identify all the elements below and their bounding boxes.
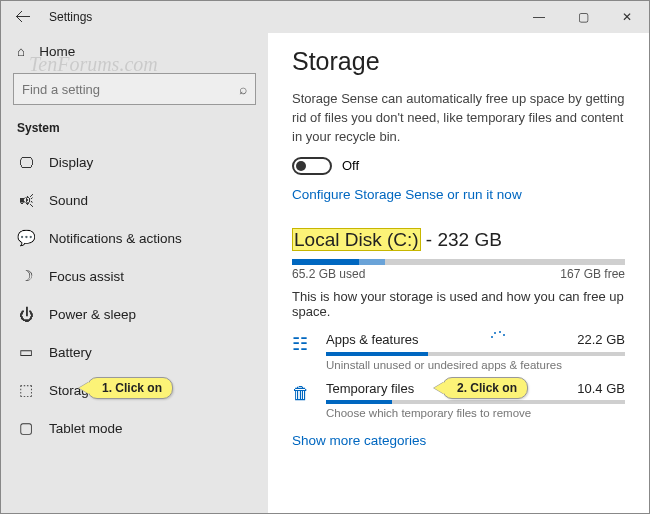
storage-icon: ⬚ [17,381,35,399]
notifications-icon: 💬 [17,229,35,247]
sidebar-item-battery[interactable]: ▭ Battery [1,333,268,371]
category-hint: Uninstall unused or undesired apps & fea… [326,359,625,371]
sidebar-item-notifications[interactable]: 💬 Notifications & actions [1,219,268,257]
sidebar-item-power-sleep[interactable]: ⏻ Power & sleep [1,295,268,333]
sidebar-item-display[interactable]: 🖵 Display [1,143,268,181]
home-icon: ⌂ [17,44,25,59]
show-more-categories-link[interactable]: Show more categories [292,433,426,448]
category-hint: Choose which temporary files to remove [326,407,625,419]
maximize-button[interactable]: ▢ [561,1,605,33]
category-size: 10.4 GB [577,381,625,396]
search-icon: ⌕ [239,81,247,97]
search-field[interactable] [22,82,239,97]
window-controls: — ▢ ✕ [517,1,649,33]
sidebar-item-label: Power & sleep [49,307,136,322]
window-title: Settings [45,10,517,24]
page-title: Storage [292,47,625,76]
sidebar-item-home[interactable]: ⌂ Home [1,33,268,69]
display-icon: 🖵 [17,154,35,171]
sound-icon: 🕬 [17,192,35,209]
disk-usage-bar [292,259,625,265]
disk-used-label: 65.2 GB used [292,267,365,281]
sidebar-item-storage[interactable]: ⬚ Storage 1. Click on [1,371,268,409]
minimize-button[interactable]: — [517,1,561,33]
sidebar-item-label: Sound [49,193,88,208]
category-size: 22.2 GB [577,332,625,347]
sidebar-item-label: Battery [49,345,92,360]
power-icon: ⏻ [17,306,35,323]
disk-name-highlight: Local Disk (C:) [292,228,421,251]
focus-assist-icon: ☽ [17,267,35,285]
apps-icon: ☷ [292,333,314,355]
toggle-state-label: Off [342,158,359,173]
search-input[interactable]: ⌕ [13,73,256,105]
category-apps-features[interactable]: ☷ Apps & features 22.2 GB Uninstall unus… [292,331,625,371]
sidebar-item-focus-assist[interactable]: ☽ Focus assist [1,257,268,295]
title-bar: 🡠 Settings — ▢ ✕ [1,1,649,33]
storage-sense-toggle[interactable] [292,157,332,175]
disk-free-label: 167 GB free [560,267,625,281]
sidebar-item-sound[interactable]: 🕬 Sound [1,181,268,219]
close-button[interactable]: ✕ [605,1,649,33]
tablet-icon: ▢ [17,419,35,437]
category-bar [326,352,625,356]
sidebar-item-label: Notifications & actions [49,231,182,246]
sidebar-item-label: Focus assist [49,269,124,284]
configure-storage-sense-link[interactable]: Configure Storage Sense or run it now [292,187,522,202]
breakdown-description: This is how your storage is used and how… [292,289,625,319]
disk-usage-labels: 65.2 GB used 167 GB free [292,267,625,281]
category-bar [326,400,625,404]
annotation-callout-2: 2. Click on [442,377,528,399]
back-button[interactable]: 🡠 [1,8,45,26]
sidebar-item-label: Tablet mode [49,421,123,436]
annotation-callout-1: 1. Click on [87,377,173,399]
main-panel: Storage Storage Sense can automatically … [268,33,649,513]
category-label: Temporary files [326,381,414,396]
storage-sense-description: Storage Sense can automatically free up … [292,90,625,147]
loading-spinner-icon [491,331,505,345]
sidebar: ⌂ Home ⌕ System 🖵 Display 🕬 Sound 💬 Noti… [1,33,268,513]
home-label: Home [39,44,75,59]
sidebar-item-label: Display [49,155,93,170]
sidebar-item-tablet-mode[interactable]: ▢ Tablet mode [1,409,268,447]
section-heading: System [1,115,268,143]
disk-total: 232 GB [437,229,501,250]
trash-icon: 🗑 [292,383,314,404]
category-temporary-files[interactable]: 🗑 Temporary files 10.4 GB Choose which t… [292,381,625,419]
category-label: Apps & features [326,332,419,347]
disk-heading: Local Disk (C:) - 232 GB [292,229,625,251]
battery-icon: ▭ [17,343,35,361]
